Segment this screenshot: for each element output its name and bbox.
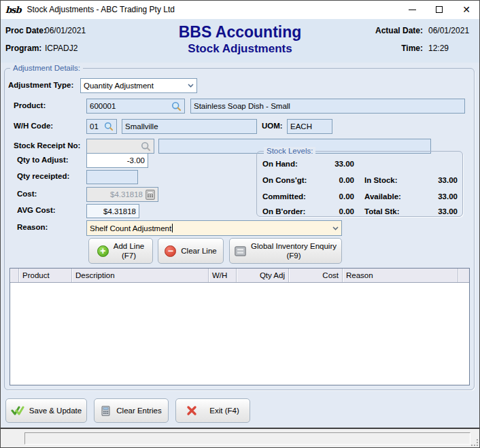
stock-levels-group: Stock Levels: On Hand: 33.00 On Cons'gt:… <box>256 151 463 217</box>
stock-adjustments-window: bsb Stock Adjustments - ABC Trading Pty … <box>0 0 480 448</box>
on-consgt-value: 0.00 <box>298 176 354 184</box>
form-area: Adjustment Details: Adjustment Type: Qua… <box>0 63 480 428</box>
uom-label: UOM: <box>262 122 283 130</box>
time-label: Time: <box>401 44 423 53</box>
wh-code-label: W/H Code: <box>14 122 53 130</box>
clear-line-button[interactable]: − Clear Line <box>158 238 224 264</box>
stock-receipt-input[interactable] <box>86 139 154 154</box>
stock-receipt-label: Stock Receipt No: <box>14 141 80 150</box>
product-code-value: 600001 <box>90 102 116 110</box>
x-icon <box>186 405 197 416</box>
exit-label: Exit (F4) <box>209 407 239 415</box>
global-inventory-label: Global Inventory Enquiry <box>251 242 337 250</box>
wh-name-value: Smallville <box>125 122 158 131</box>
on-hand-value: 33.00 <box>298 160 354 168</box>
committed-value: 0.00 <box>298 192 354 201</box>
grid-col-filler <box>458 269 469 282</box>
app-logo-icon: bsb <box>5 5 21 14</box>
available-label: Available: <box>364 192 401 201</box>
search-icon[interactable] <box>171 101 182 111</box>
grid-body[interactable] <box>10 283 469 385</box>
remove-icon: − <box>165 245 176 257</box>
total-stk-label: Total Stk: <box>364 207 400 216</box>
qty-receipted-label: Qty receipted: <box>17 172 69 180</box>
add-icon: + <box>97 245 109 257</box>
add-line-key: (F7) <box>122 252 136 260</box>
status-message-panel <box>24 432 470 445</box>
check-icon <box>11 405 24 416</box>
wh-name-field[interactable]: Smallville <box>122 119 257 134</box>
calculator-icon <box>145 190 155 200</box>
header-band: Proc Date: 06/01/2021 Program: ICPADJ2 B… <box>0 19 480 63</box>
title-bar: bsb Stock Adjustments - ABC Trading Pty … <box>0 0 480 19</box>
total-stk-value: 33.00 <box>403 207 458 216</box>
avg-cost-input[interactable]: $4.31818 <box>86 204 139 218</box>
grid-col-selector <box>10 269 19 282</box>
resize-grip[interactable] <box>471 439 478 446</box>
exit-button[interactable]: Exit (F4) <box>175 398 250 423</box>
chevron-down-icon <box>188 84 194 88</box>
uom-field[interactable]: EACH <box>287 119 332 134</box>
text-caret <box>172 224 173 232</box>
stock-levels-legend: Stock Levels: <box>264 147 315 155</box>
grid-col-qty-adj[interactable]: Qty Adj <box>237 269 289 282</box>
drawer-icon <box>235 246 246 256</box>
product-label: Product: <box>14 101 46 109</box>
add-line-button[interactable]: + Add Line(F7) <box>88 238 153 264</box>
minimize-button[interactable] <box>398 0 426 19</box>
on-border-value: 0.00 <box>298 207 354 216</box>
save-update-button[interactable]: Save & Update <box>5 398 87 423</box>
maximize-button[interactable] <box>426 0 453 19</box>
actual-date-label: Actual Date: <box>375 26 423 35</box>
qty-adjust-label: Qty to Adjust: <box>17 156 69 164</box>
wh-code-input[interactable]: 01 <box>86 119 117 134</box>
minimize-icon <box>409 10 416 10</box>
time-value: 12:29 <box>428 44 449 53</box>
product-desc-value: Stainless Soap Dish - Small <box>194 102 290 110</box>
adjustment-type-select[interactable]: Quantity Adjustment <box>80 78 197 93</box>
chevron-down-icon[interactable] <box>332 226 339 230</box>
save-update-label: Save & Update <box>29 407 82 415</box>
adjustment-lines-grid[interactable]: Product Description W/H Qty Adj Cost Rea… <box>10 268 470 385</box>
cost-value: $4.31818 <box>110 190 143 199</box>
cost-input[interactable]: $4.31818 <box>86 187 158 202</box>
status-bar <box>0 428 480 448</box>
clear-line-label: Clear Line <box>181 247 216 255</box>
product-code-input[interactable]: 600001 <box>86 99 185 114</box>
wh-code-value: 01 <box>90 122 99 131</box>
grid-col-reason[interactable]: Reason <box>343 269 458 282</box>
cost-label: Cost: <box>17 190 37 198</box>
clear-entries-label: Clear Entries <box>116 407 161 415</box>
close-button[interactable]: ✕ <box>453 0 480 19</box>
grid-col-wh[interactable]: W/H <box>209 269 237 282</box>
window-controls: ✕ <box>398 0 480 19</box>
adjustment-type-value: Quantity Adjustment <box>84 82 154 90</box>
product-desc-field[interactable]: Stainless Soap Dish - Small <box>190 99 465 114</box>
search-icon-disabled <box>141 141 151 152</box>
qty-receipted-input[interactable] <box>86 170 138 184</box>
grid-col-product[interactable]: Product <box>19 269 72 282</box>
machine-icon <box>101 405 112 417</box>
maximize-icon <box>436 6 443 13</box>
reason-combo[interactable]: Shelf Count Adjustment <box>86 220 342 236</box>
available-value: 33.00 <box>403 192 458 201</box>
in-stock-label: In Stock: <box>364 176 398 184</box>
qty-adjust-value: -3.00 <box>127 156 145 165</box>
avg-cost-value: $4.31818 <box>103 207 136 216</box>
on-hand-label: On Hand: <box>262 160 298 168</box>
global-inventory-enquiry-button[interactable]: Global Inventory Enquiry(F9) <box>229 238 342 264</box>
grid-col-description[interactable]: Description <box>72 269 209 282</box>
avg-cost-label: AVG Cost: <box>17 206 56 214</box>
search-icon[interactable] <box>104 122 114 131</box>
in-stock-value: 33.00 <box>403 176 458 184</box>
qty-adjust-input[interactable]: -3.00 <box>86 153 148 168</box>
adjustment-details-legend: Adjustment Details: <box>10 64 83 72</box>
uom-value: EACH <box>290 122 312 131</box>
reason-value: Shelf Count Adjustment <box>90 224 171 232</box>
grid-col-cost[interactable]: Cost <box>289 269 343 282</box>
reason-label: Reason: <box>17 223 48 231</box>
adjustment-type-label: Adjustment Type: <box>8 81 73 89</box>
grid-header-row: Product Description W/H Qty Adj Cost Rea… <box>10 269 469 283</box>
clear-entries-button[interactable]: Clear Entries <box>94 398 169 423</box>
window-title: Stock Adjustments - ABC Trading Pty Ltd <box>27 5 175 14</box>
